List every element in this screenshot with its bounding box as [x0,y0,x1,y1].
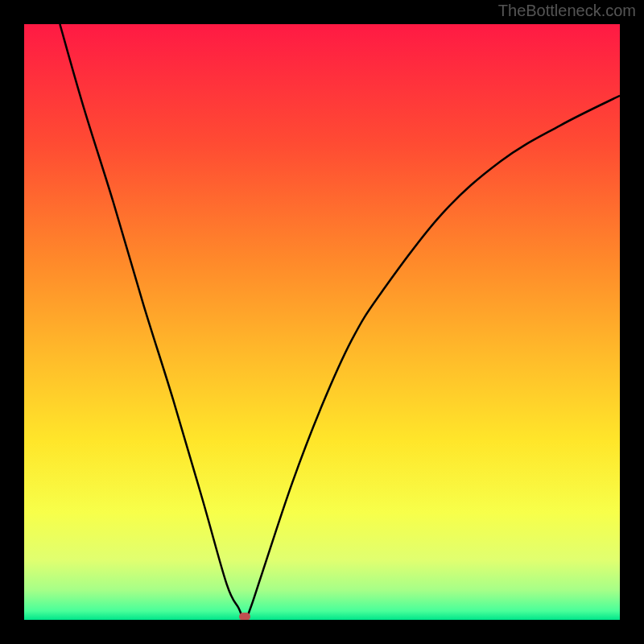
optimal-point-marker [239,613,250,620]
bottleneck-curve [24,24,620,620]
chart-frame: TheBottleneck.com [0,0,644,644]
watermark-text: TheBottleneck.com [498,2,636,20]
plot-area [24,24,620,620]
